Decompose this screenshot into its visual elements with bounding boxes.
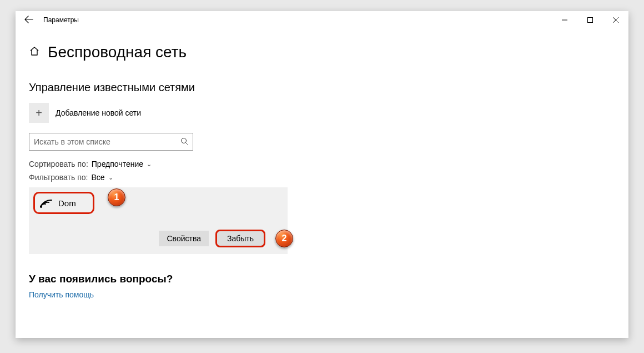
help-link[interactable]: Получить помощь — [29, 290, 94, 299]
content-area: Беспроводная сеть Управление известными … — [16, 29, 628, 300]
titlebar: Параметры — [16, 11, 628, 29]
filter-value: Все — [91, 173, 104, 182]
network-name: Dom — [58, 198, 76, 208]
svg-point-6 — [40, 206, 42, 208]
network-panel: Dom 1 Свойства Забыть 2 — [29, 187, 288, 254]
sort-value: Предпочтение — [92, 160, 143, 168]
filter-label: Фильтровать по: — [29, 173, 88, 182]
section-heading: Управление известными сетями — [29, 81, 615, 94]
svg-line-5 — [186, 142, 188, 145]
home-icon[interactable] — [29, 46, 40, 59]
chevron-down-icon: ⌄ — [147, 161, 152, 168]
search-placeholder: Искать в этом списке — [34, 137, 180, 146]
add-network-button[interactable]: + Добавление новой сети — [29, 103, 615, 123]
window-title: Параметры — [43, 16, 79, 24]
network-item[interactable]: Dom — [33, 192, 94, 214]
annotation-marker-1: 1 — [108, 188, 125, 206]
wifi-icon — [39, 197, 54, 209]
annotation-marker-2: 2 — [275, 230, 293, 247]
properties-button[interactable]: Свойства — [159, 231, 208, 246]
search-input[interactable]: Искать в этом списке — [29, 133, 193, 151]
svg-point-4 — [182, 138, 187, 143]
filters: Сортировать по: Предпочтение ⌄ Фильтрова… — [29, 160, 615, 182]
settings-window: Параметры Беспроводная сеть Управление и… — [16, 11, 628, 338]
sort-label: Сортировать по: — [29, 160, 88, 168]
page-title: Беспроводная сеть — [48, 43, 187, 61]
filter-dropdown[interactable]: Фильтровать по: Все ⌄ — [29, 173, 615, 182]
window-controls — [552, 11, 628, 29]
minimize-button[interactable] — [552, 11, 577, 29]
close-button[interactable] — [603, 11, 628, 29]
search-icon — [180, 137, 188, 147]
add-network-label: Добавление новой сети — [56, 108, 141, 117]
back-button[interactable] — [18, 16, 40, 25]
forget-button[interactable]: Забыть — [215, 230, 265, 247]
svg-rect-1 — [588, 18, 593, 23]
sort-dropdown[interactable]: Сортировать по: Предпочтение ⌄ — [29, 160, 615, 168]
maximize-button[interactable] — [577, 11, 603, 29]
network-actions: Свойства Забыть 2 — [33, 230, 283, 247]
help-section: У вас появились вопросы? Получить помощь — [29, 273, 615, 300]
page-header: Беспроводная сеть — [29, 43, 615, 61]
plus-icon: + — [29, 103, 49, 123]
chevron-down-icon: ⌄ — [108, 174, 113, 181]
help-heading: У вас появились вопросы? — [29, 273, 615, 285]
